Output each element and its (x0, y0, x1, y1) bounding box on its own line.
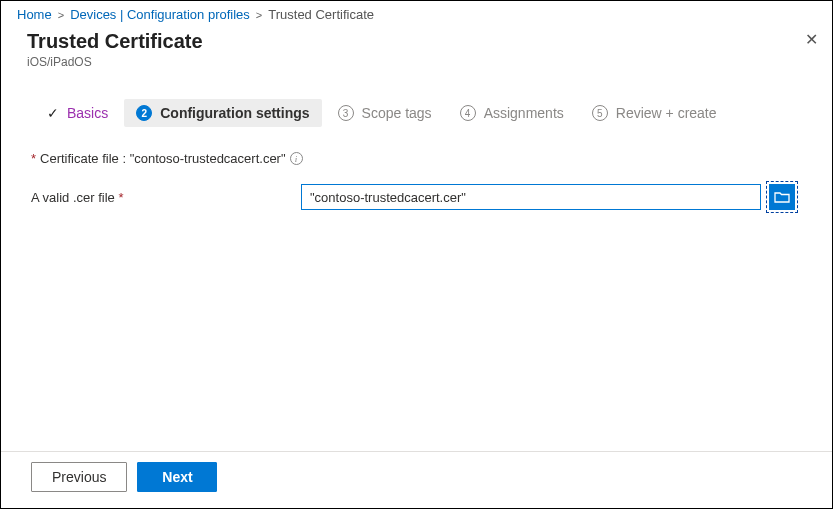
valid-cer-label: A valid .cer file * (31, 190, 301, 205)
cer-file-input[interactable] (301, 184, 761, 210)
app-frame: Home > Devices | Configuration profiles … (0, 0, 833, 509)
form-content: * Certificate file : "contoso-trustedcac… (1, 137, 832, 451)
step-configuration-settings[interactable]: 2 Configuration settings (124, 99, 321, 127)
step-label: Basics (67, 105, 108, 121)
browse-file-button[interactable] (769, 184, 795, 210)
check-icon: ✓ (47, 105, 59, 121)
previous-button[interactable]: Previous (31, 462, 127, 492)
step-label: Assignments (484, 105, 564, 121)
step-number-icon: 5 (592, 105, 608, 121)
required-marker: * (118, 190, 123, 205)
chevron-right-icon: > (256, 9, 262, 21)
step-basics[interactable]: ✓ Basics (35, 99, 120, 127)
page-subtitle: iOS/iPadOS (27, 55, 816, 69)
page-header: Trusted Certificate iOS/iPadOS ✕ (1, 26, 832, 75)
step-scope-tags[interactable]: 3 Scope tags (326, 99, 444, 127)
next-button[interactable]: Next (137, 462, 217, 492)
valid-cer-row: A valid .cer file * (31, 184, 802, 210)
step-review-create[interactable]: 5 Review + create (580, 99, 729, 127)
required-marker: * (31, 151, 36, 166)
step-number-icon: 4 (460, 105, 476, 121)
wizard-footer: Previous Next (1, 451, 832, 508)
breadcrumb-home[interactable]: Home (17, 7, 52, 22)
page-title: Trusted Certificate (27, 30, 816, 53)
step-label: Scope tags (362, 105, 432, 121)
certificate-file-row: * Certificate file : "contoso-trustedcac… (31, 151, 802, 166)
breadcrumb: Home > Devices | Configuration profiles … (1, 1, 832, 26)
step-number-icon: 3 (338, 105, 354, 121)
breadcrumb-devices[interactable]: Devices | Configuration profiles (70, 7, 250, 22)
breadcrumb-current: Trusted Certificate (268, 7, 374, 22)
step-number-icon: 2 (136, 105, 152, 121)
step-label: Configuration settings (160, 105, 309, 121)
folder-icon (774, 190, 790, 204)
close-button[interactable]: ✕ (805, 32, 818, 48)
chevron-right-icon: > (58, 9, 64, 21)
step-label: Review + create (616, 105, 717, 121)
certificate-file-label: Certificate file : "contoso-trustedcacer… (40, 151, 286, 166)
step-assignments[interactable]: 4 Assignments (448, 99, 576, 127)
info-icon[interactable]: i (290, 152, 303, 165)
wizard-steps: ✓ Basics 2 Configuration settings 3 Scop… (1, 75, 832, 137)
close-icon: ✕ (805, 31, 818, 48)
